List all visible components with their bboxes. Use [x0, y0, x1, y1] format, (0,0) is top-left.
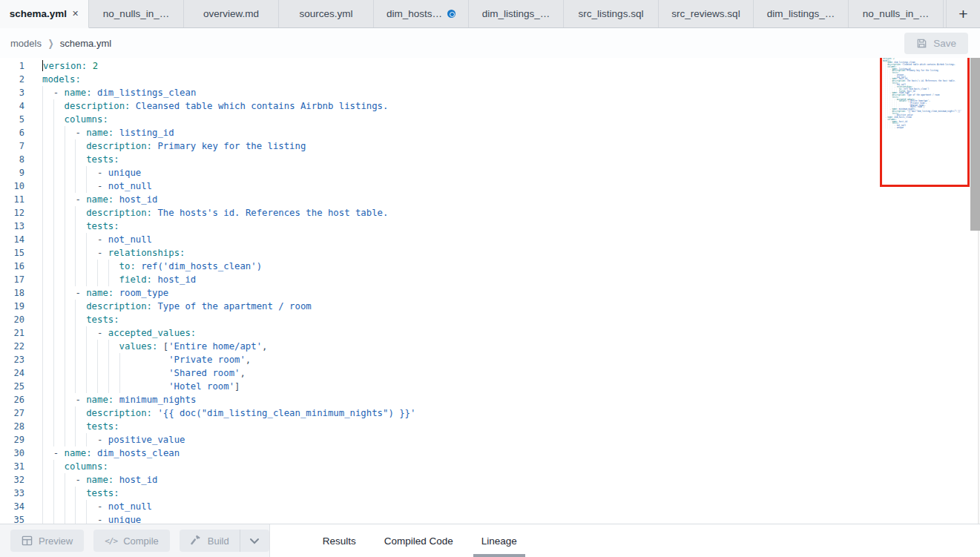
breadcrumb: models ❯ schema.yml: [10, 38, 111, 49]
code-line[interactable]: 14- not_null: [0, 233, 980, 246]
line-number: 22: [0, 340, 24, 353]
code-line[interactable]: 28tests:: [0, 420, 980, 433]
code-line[interactable]: 32- name: host_id: [0, 473, 980, 487]
indent-guide: [53, 326, 65, 340]
code-line[interactable]: 34- not_null: [0, 500, 980, 513]
token: [114, 288, 119, 298]
code-area[interactable]: 1version: 22models:3- name: dim_listings…: [0, 58, 980, 524]
code-line[interactable]: 31columns:: [0, 460, 980, 473]
line-number: 9: [0, 166, 24, 179]
indent-guide: [65, 233, 76, 246]
indent-guide: [42, 433, 53, 446]
code-line[interactable]: 11- name: host_id: [0, 193, 980, 206]
line-number: 5: [0, 113, 24, 126]
indent-guide: [53, 286, 65, 300]
code-line[interactable]: 27description: '{{ doc("dim_listing_clea…: [0, 406, 980, 420]
indent-guide: [53, 393, 65, 406]
editor-tab[interactable]: no_nulls_in_…: [849, 0, 944, 27]
code-line[interactable]: 20tests:: [0, 313, 980, 326]
panel-tab-lineage[interactable]: Lineage: [467, 524, 531, 557]
code-line[interactable]: 24 'Shared room',: [0, 366, 980, 380]
line-content: - name: dim_hosts_clean: [42, 446, 180, 460]
editor-tab[interactable]: dim_hosts…: [374, 0, 469, 27]
code-line[interactable]: 4description: Cleansed table which conta…: [0, 99, 980, 113]
code-line[interactable]: 3- name: dim_listings_clean: [0, 86, 980, 99]
code-line[interactable]: 16to: ref('dim_hosts_clean'): [0, 260, 980, 273]
line-number: 6: [0, 126, 24, 139]
tab-label: src_reviews.sql: [671, 8, 740, 19]
editor-tab[interactable]: overview.md: [184, 0, 279, 27]
code-line[interactable]: 35- unique: [883, 127, 900, 129]
code-line[interactable]: 5columns:: [0, 113, 980, 126]
indent-guide: [65, 246, 76, 260]
indent-guide: [75, 233, 86, 246]
editor-tab[interactable]: sources.yml: [279, 0, 374, 27]
code-line[interactable]: 25 'Hotel room']: [0, 380, 980, 393]
build-button[interactable]: Build: [180, 530, 240, 552]
token: columns:: [65, 461, 108, 472]
code-line[interactable]: 26- name: minimum_nights: [0, 393, 980, 406]
code-line[interactable]: 22values: ['Entire home/apt',: [0, 340, 980, 353]
panel-tab-compiled-code[interactable]: Compiled Code: [370, 524, 467, 557]
indent-guide: [53, 166, 65, 179]
indent-guide: [65, 286, 76, 300]
code-line[interactable]: 23 'Private room',: [0, 353, 980, 366]
editor-tab[interactable]: src_reviews.sql: [659, 0, 754, 27]
code-line[interactable]: 1version: 2: [0, 59, 980, 73]
code-line[interactable]: 9- unique: [0, 166, 980, 179]
editor-tab[interactable]: dim_listings_…: [469, 0, 564, 27]
close-tab-icon[interactable]: ✕: [72, 9, 79, 19]
indent-guide: [42, 99, 53, 113]
line-number: 19: [0, 300, 24, 313]
token: unique: [108, 515, 141, 524]
scrollbar-thumb[interactable]: [970, 58, 980, 231]
token: description:: [86, 141, 152, 151]
indent-guide: [42, 233, 53, 246]
code-line[interactable]: 12description: The hosts's id. Reference…: [0, 206, 980, 220]
code-line[interactable]: 35- unique: [0, 513, 980, 524]
code-line[interactable]: 29- positive_value: [0, 433, 980, 446]
code-line[interactable]: 21- accepted_values:: [0, 326, 980, 340]
save-button[interactable]: Save: [904, 33, 968, 54]
code-line[interactable]: 30- name: dim_hosts_clean: [0, 446, 980, 460]
token: name:: [86, 194, 114, 205]
code-editor[interactable]: 1version: 22models:3- name: dim_listings…: [0, 58, 980, 524]
code-line[interactable]: 10- not_null: [0, 179, 980, 193]
compile-button[interactable]: </>Compile: [93, 530, 170, 552]
code-line[interactable]: 17field: host_id: [0, 273, 980, 286]
indent-guide: [53, 220, 65, 233]
line-number: 30: [0, 446, 24, 460]
indent-guide: [65, 500, 76, 513]
new-tab-button[interactable]: +: [946, 0, 980, 27]
code-line[interactable]: 7description: Primary key for the listin…: [0, 139, 980, 153]
indent-guide: [75, 313, 86, 326]
indent-guide: [86, 260, 97, 273]
code-line[interactable]: 19description: Type of the apartment / r…: [0, 300, 980, 313]
editor-tab[interactable]: no_nulls_in_…: [89, 0, 184, 27]
code-line[interactable]: 6- name: listing_id: [0, 126, 980, 139]
code-line[interactable]: 15- relationships:: [0, 246, 980, 260]
editor-tab[interactable]: src_listings.sql: [564, 0, 659, 27]
indent-guide: [42, 206, 53, 220]
panel-tab-results[interactable]: Results: [309, 524, 370, 557]
line-number: 14: [0, 233, 24, 246]
indent-guide: [53, 433, 65, 446]
editor-tab[interactable]: schema.yml✕: [0, 0, 89, 28]
code-line[interactable]: 18- name: room_type: [0, 286, 980, 300]
preview-button[interactable]: Preview: [10, 530, 84, 552]
code-line[interactable]: 13tests:: [0, 220, 980, 233]
editor-tab[interactable]: dim_listings_…: [754, 0, 849, 27]
minimap-annotation-box: 1version: 22models:3- name: dim_listings…: [880, 58, 970, 187]
breadcrumb-folder[interactable]: models: [10, 38, 42, 49]
indent-guide: [86, 353, 97, 366]
indent-guide: [75, 300, 86, 313]
code-line[interactable]: 2models:: [0, 73, 980, 86]
indent-guide: [42, 446, 53, 460]
build-options-button[interactable]: [240, 530, 269, 552]
indent-guide: [42, 513, 53, 524]
code-line[interactable]: 8tests:: [0, 153, 980, 166]
code-line[interactable]: 33tests:: [0, 487, 980, 500]
token: ref('dim_hosts_clean'): [141, 261, 262, 271]
line-content: tests:: [42, 420, 119, 433]
minimap[interactable]: 1version: 22models:3- name: dim_listings…: [882, 58, 900, 128]
